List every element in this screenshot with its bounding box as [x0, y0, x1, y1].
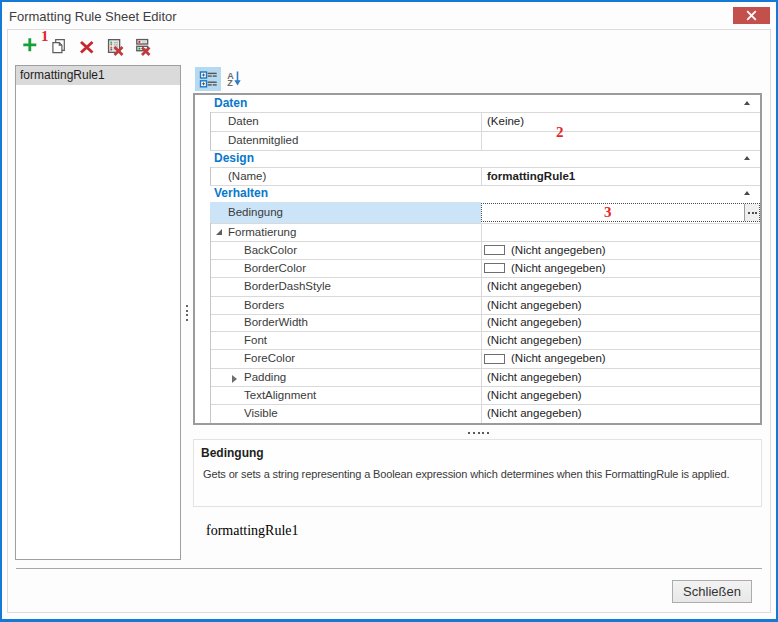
svg-text:Z: Z: [227, 78, 233, 88]
